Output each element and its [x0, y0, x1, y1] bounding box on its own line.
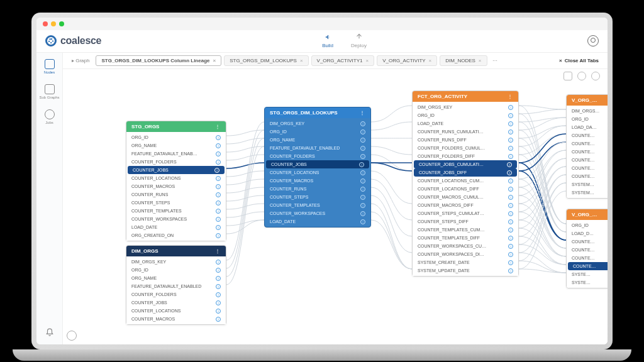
close-icon[interactable]: ×: [213, 58, 216, 63]
column-row[interactable]: COUNTER_MACROS_CUMUL…i: [413, 193, 518, 201]
minimize-dot[interactable]: [51, 21, 56, 26]
column-row[interactable]: COUNTER_FOLDERSi: [126, 290, 226, 299]
column-row[interactable]: COUNTER_STEPS_DIFFi: [413, 217, 518, 226]
column-row[interactable]: COUNTER_MACROSi: [126, 315, 226, 323]
sidebar-nodes[interactable]: Nodes: [44, 59, 55, 74]
column-row[interactable]: LOAD_DATEi: [126, 223, 226, 231]
sidebar-jobs[interactable]: Jobs: [45, 109, 55, 124]
column-row[interactable]: COUNTE…i: [567, 246, 608, 254]
column-row[interactable]: COUNTE…i: [568, 262, 608, 270]
tab-vact[interactable]: V_ORG_ACTIVITY×: [377, 55, 437, 66]
column-row[interactable]: COUNTER_STEPSi: [126, 199, 226, 207]
brand[interactable]: coalesce: [45, 35, 101, 47]
column-row[interactable]: COUNTER_FOLDERSi: [265, 152, 370, 160]
nav-deploy[interactable]: Deploy: [351, 33, 367, 48]
column-row[interactable]: DIM_ORGS…i: [567, 107, 608, 115]
tab-lookups[interactable]: STG_ORGS_DIM_LOOKUPS×: [224, 55, 308, 66]
node-header[interactable]: V_ORG_…⋮: [567, 209, 608, 220]
column-row[interactable]: COUNTER_JOBS_CUMULATI…i: [414, 160, 517, 168]
column-row[interactable]: COUNTER_TEMPLATES_CUM…i: [413, 226, 518, 234]
window-controls[interactable]: [36, 18, 608, 30]
column-row[interactable]: COUNTER_RUNS_CUMULATI…i: [413, 128, 518, 136]
column-row[interactable]: COUNTER_JOBS_DIFFi: [414, 168, 517, 177]
column-row[interactable]: ORG_NAMEi: [265, 136, 370, 144]
column-row[interactable]: DIM_ORGS_KEYi: [265, 119, 370, 128]
column-row[interactable]: DIM_ORGS_KEYi: [126, 258, 226, 266]
column-row[interactable]: COUNTER_JOBSi: [266, 160, 369, 168]
zoom-fit-button[interactable]: [564, 72, 572, 80]
lineage-node[interactable]: V_ORG_…⋮DIM_ORGS…iORG_IDiLOAD_DA…iCOUNTE…: [566, 94, 608, 199]
column-row[interactable]: COUNTER_TEMPLATES_DIFFi: [413, 234, 518, 242]
column-row[interactable]: COUNTE…i: [567, 238, 608, 246]
column-row[interactable]: SYSTEM_UPDATE_DATEi: [413, 266, 518, 275]
column-row[interactable]: COUNTE…i: [567, 131, 608, 140]
node-header[interactable]: V_ORG_…⋮: [567, 95, 608, 106]
column-row[interactable]: COUNTER_MACROSi: [265, 177, 370, 185]
column-row[interactable]: COUNTER_STEPSi: [265, 193, 370, 201]
lineage-node[interactable]: FCT_ORG_ACTIVITY⋮DIM_ORGS_KEYiORG_IDiLOA…: [412, 90, 519, 277]
column-row[interactable]: COUNTER_MACROS_DIFFi: [413, 201, 518, 209]
column-row[interactable]: COUNTER_JOBSi: [126, 299, 226, 307]
lineage-canvas[interactable]: STG_ORGS⋮ORG_IDiORG_NAMEiFEATURE_DATAVAU…: [63, 83, 608, 344]
close-dot[interactable]: [43, 21, 48, 26]
column-row[interactable]: FEATURE_DATAVAULT_ENAB…i: [126, 150, 226, 158]
column-row[interactable]: COUNTE…i: [567, 164, 608, 172]
column-row[interactable]: SYSTEM…i: [567, 189, 608, 197]
canvas-compass[interactable]: [67, 331, 77, 341]
fullscreen-dot[interactable]: [59, 21, 64, 26]
column-row[interactable]: SYSTEM…i: [567, 180, 608, 189]
tab-vact1[interactable]: V_ORG_ACTIVITY1×: [311, 55, 375, 66]
column-row[interactable]: COUNTER_FOLDERS_CUMUL…i: [413, 144, 518, 152]
tabs-more[interactable]: ⋯: [490, 56, 500, 65]
column-row[interactable]: ORG_IDi: [567, 115, 608, 123]
column-row[interactable]: COUNTER_JOBSi: [128, 166, 225, 174]
column-row[interactable]: LOAD_D…i: [567, 229, 608, 238]
zoom-out-button[interactable]: [591, 72, 600, 80]
column-row[interactable]: COUNTER_FOLDERS_DIFFi: [413, 152, 518, 160]
column-row[interactable]: COUNTER_LOCATIONSi: [126, 174, 226, 182]
node-header[interactable]: STG_ORGS_DIM_LOOKUPS⋮: [265, 107, 370, 118]
column-row[interactable]: COUNTER_LOCATIONSi: [265, 168, 370, 177]
close-icon[interactable]: ×: [429, 58, 432, 63]
column-row[interactable]: ORG_IDi: [567, 221, 608, 229]
column-row[interactable]: COUNTE…i: [567, 254, 608, 262]
column-row[interactable]: COUNTER_LOCATIONS_DIFFi: [413, 185, 518, 193]
nav-build[interactable]: Build: [322, 33, 333, 48]
column-row[interactable]: COUNTER_LOCATIONSi: [126, 307, 226, 315]
lineage-node[interactable]: V_ORG_…⋮ORG_IDiLOAD_D…iCOUNTE…iCOUNTE…iC…: [566, 209, 608, 288]
column-row[interactable]: DIM_ORGS_KEYi: [413, 103, 518, 111]
close-all-tabs[interactable]: × Close All Tabs: [555, 56, 602, 65]
lineage-node[interactable]: STG_ORGS_DIM_LOOKUPS⋮DIM_ORGS_KEYiORG_ID…: [264, 107, 371, 228]
column-row[interactable]: COUNTER_TEMPLATESi: [126, 207, 226, 215]
column-row[interactable]: SYSTE…i: [567, 278, 608, 287]
column-row[interactable]: COUNTE…i: [567, 156, 608, 164]
column-row[interactable]: COUNTER_RUNS_DIFFi: [413, 136, 518, 144]
column-row[interactable]: COUNTE…i: [567, 148, 608, 156]
column-row[interactable]: COUNTER_MACROSi: [126, 182, 226, 190]
column-row[interactable]: ORG_IDi: [126, 266, 226, 274]
column-row[interactable]: LOAD_DATEi: [413, 119, 518, 128]
close-icon[interactable]: ×: [300, 58, 303, 63]
column-row[interactable]: ORG_IDi: [126, 133, 226, 141]
column-row[interactable]: SYSTE…i: [567, 270, 608, 278]
column-row[interactable]: SYSTEM_CREATE_DATEi: [413, 258, 518, 266]
column-row[interactable]: ORG_CREATED_ONi: [126, 231, 226, 239]
node-header[interactable]: FCT_ORG_ACTIVITY⋮: [413, 91, 518, 102]
tab-lineage[interactable]: STG_ORGS_DIM_LOOKUPS Column Lineage×: [96, 55, 221, 66]
zoom-in-button[interactable]: [577, 72, 586, 80]
column-row[interactable]: FEATURE_DATAVAULT_ENABLEDi: [265, 144, 370, 152]
user-avatar[interactable]: [587, 35, 599, 47]
column-row[interactable]: COUNTER_STEPS_CUMULAT…i: [413, 209, 518, 217]
column-row[interactable]: ORG_IDi: [413, 111, 518, 119]
column-row[interactable]: COUNTE…i: [567, 172, 608, 180]
column-row[interactable]: COUNTE…i: [567, 140, 608, 148]
sidebar-subgraphs[interactable]: Sub Graphs: [39, 84, 59, 99]
column-row[interactable]: COUNTER_RUNSi: [265, 185, 370, 193]
column-row[interactable]: ORG_IDi: [265, 128, 370, 136]
column-row[interactable]: LOAD_DA…i: [567, 123, 608, 131]
column-row[interactable]: ORG_NAMEi: [126, 274, 226, 282]
column-row[interactable]: LOAD_DATEi: [265, 217, 370, 226]
tab-dimnodes[interactable]: DIM_NODES×: [440, 55, 487, 66]
close-icon[interactable]: ×: [365, 58, 369, 63]
column-row[interactable]: ORG_NAMEi: [126, 141, 226, 150]
